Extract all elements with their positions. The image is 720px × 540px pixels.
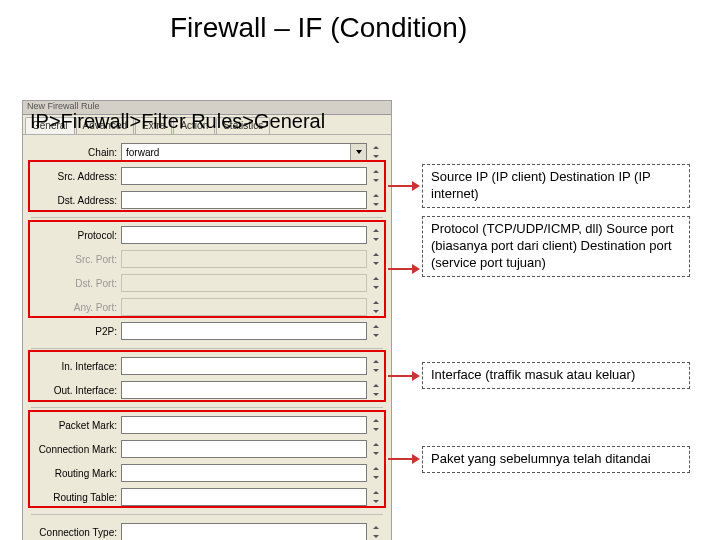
label-packet-mark: Packet Mark: — [31, 420, 121, 431]
label-routing-mark: Routing Mark: — [31, 468, 121, 479]
label-p2p: P2P: — [31, 326, 121, 337]
breadcrumb: IP>Firewall>Filter Rules>General — [30, 110, 325, 133]
page-title: Firewall – IF (Condition) — [170, 12, 467, 44]
field-stepper[interactable] — [369, 167, 383, 185]
arrow-icon — [388, 375, 418, 376]
dst-address-input[interactable] — [121, 191, 367, 209]
label-chain: Chain: — [31, 147, 121, 158]
field-stepper[interactable] — [369, 440, 383, 458]
form-area: Chain: forward Src. Address: Dst. Addres… — [23, 135, 391, 540]
arrow-icon — [388, 458, 418, 459]
field-stepper — [369, 274, 383, 292]
protocol-input[interactable] — [121, 226, 367, 244]
label-routing-table: Routing Table: — [31, 492, 121, 503]
field-stepper[interactable] — [369, 143, 383, 161]
field-stepper[interactable] — [369, 416, 383, 434]
label-connection-mark: Connection Mark: — [31, 444, 121, 455]
label-protocol: Protocol: — [31, 230, 121, 241]
label-dst-port: Dst. Port: — [31, 278, 121, 289]
packet-mark-input[interactable] — [121, 416, 367, 434]
firewall-rule-dialog: New Firewall Rule General Advanced Extra… — [22, 100, 392, 540]
annotation-interface: Interface (traffik masuk atau keluar) — [422, 362, 690, 389]
label-out-interface: Out. Interface: — [31, 385, 121, 396]
arrow-icon — [388, 268, 418, 269]
in-interface-input[interactable] — [121, 357, 367, 375]
label-connection-type: Connection Type: — [31, 527, 121, 538]
field-stepper — [369, 298, 383, 316]
chevron-down-icon — [350, 144, 366, 160]
label-src-address: Src. Address: — [31, 171, 121, 182]
dst-port-input — [121, 274, 367, 292]
label-any-port: Any. Port: — [31, 302, 121, 313]
arrow-icon — [388, 185, 418, 186]
out-interface-input[interactable] — [121, 381, 367, 399]
annotation-address: Source IP (IP client) Destination IP (IP… — [422, 164, 690, 208]
chain-select[interactable]: forward — [121, 143, 367, 161]
src-port-input — [121, 250, 367, 268]
field-stepper[interactable] — [369, 523, 383, 540]
field-stepper[interactable] — [369, 226, 383, 244]
field-stepper[interactable] — [369, 488, 383, 506]
label-dst-address: Dst. Address: — [31, 195, 121, 206]
annotation-protocol: Protocol (TCP/UDP/ICMP, dll) Source port… — [422, 216, 690, 277]
chain-value: forward — [126, 147, 159, 158]
label-in-interface: In. Interface: — [31, 361, 121, 372]
p2p-input[interactable] — [121, 322, 367, 340]
src-address-input[interactable] — [121, 167, 367, 185]
connection-type-input[interactable] — [121, 523, 367, 540]
any-port-input — [121, 298, 367, 316]
field-stepper[interactable] — [369, 191, 383, 209]
field-stepper[interactable] — [369, 381, 383, 399]
field-stepper[interactable] — [369, 464, 383, 482]
field-stepper[interactable] — [369, 322, 383, 340]
routing-mark-input[interactable] — [121, 464, 367, 482]
annotation-mark: Paket yang sebelumnya telah ditandai — [422, 446, 690, 473]
routing-table-input[interactable] — [121, 488, 367, 506]
connection-mark-input[interactable] — [121, 440, 367, 458]
field-stepper — [369, 250, 383, 268]
label-src-port: Src. Port: — [31, 254, 121, 265]
field-stepper[interactable] — [369, 357, 383, 375]
